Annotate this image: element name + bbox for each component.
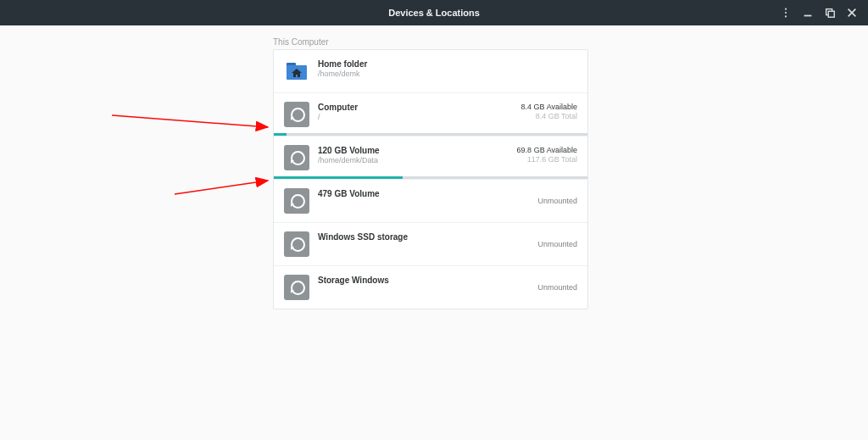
row-stats: 8.4 GB Available 8.4 GB Total [521, 102, 577, 120]
row-available: 8.4 GB Available [521, 103, 577, 111]
row-text: Storage Windows [318, 275, 537, 285]
row-subtitle: /home/demk [318, 70, 577, 78]
titlebar: Devices & Locations [0, 0, 868, 25]
window-controls [778, 0, 865, 25]
usage-bar-fill [274, 176, 403, 179]
row-subtitle: / [318, 113, 521, 121]
location-row-home[interactable]: Home folder /home/demk [274, 50, 587, 93]
row-title: Storage Windows [318, 276, 537, 285]
row-stats: 69.8 GB Available 117.6 GB Total [517, 145, 577, 164]
row-total: 8.4 GB Total [521, 112, 577, 120]
location-row-volume-120[interactable]: 120 GB Volume /home/demk/Data 69.8 GB Av… [274, 136, 587, 180]
usage-bar [274, 133, 587, 136]
annotation-arrow [175, 181, 268, 194]
row-title: Home folder [318, 59, 577, 69]
row-status: Unmounted [537, 283, 577, 292]
section-label: This Computer [273, 37, 329, 47]
row-title: 120 GB Volume [318, 146, 517, 155]
disk-icon [284, 145, 309, 170]
row-text: 479 GB Volume [318, 188, 537, 198]
disk-icon [284, 188, 309, 214]
svg-point-0 [785, 8, 787, 10]
location-row-storage-windows[interactable]: Storage Windows Unmounted [274, 266, 587, 309]
window-title: Devices & Locations [388, 8, 480, 18]
svg-point-1 [785, 12, 787, 14]
minimize-icon[interactable] [800, 5, 815, 20]
row-text: Home folder /home/demk [318, 58, 577, 78]
location-row-computer[interactable]: Computer / 8.4 GB Available 8.4 GB Total [274, 93, 587, 136]
usage-bar-fill [274, 133, 287, 136]
row-text: Computer / [318, 102, 521, 121]
row-title: Windows SSD storage [318, 232, 537, 242]
close-icon[interactable] [844, 5, 860, 20]
svg-rect-3 [804, 15, 812, 17]
location-row-volume-479[interactable]: 479 GB Volume Unmounted [274, 180, 587, 223]
svg-point-2 [785, 15, 787, 17]
menu-icon[interactable] [778, 5, 793, 20]
row-title: 479 GB Volume [318, 189, 537, 198]
disk-icon [284, 275, 309, 300]
disk-icon [284, 231, 309, 257]
content-area: This Computer Home folder /home/demk Com… [0, 25, 868, 440]
maximize-icon[interactable] [822, 5, 837, 20]
location-row-windows-ssd[interactable]: Windows SSD storage Unmounted [274, 223, 587, 266]
row-subtitle: /home/demk/Data [318, 156, 517, 164]
home-folder-icon [284, 58, 309, 84]
annotation-arrow [112, 115, 268, 127]
row-status: Unmounted [537, 197, 577, 205]
row-status: Unmounted [537, 240, 577, 248]
disk-icon [284, 102, 309, 127]
row-title: Computer [318, 103, 521, 112]
devices-panel: Home folder /home/demk Computer / 8.4 GB… [273, 49, 588, 309]
usage-bar [274, 176, 587, 179]
svg-rect-5 [828, 11, 834, 17]
row-text: Windows SSD storage [318, 231, 537, 242]
row-text: 120 GB Volume /home/demk/Data [318, 145, 517, 164]
row-available: 69.8 GB Available [517, 146, 577, 154]
row-total: 117.6 GB Total [517, 155, 577, 164]
